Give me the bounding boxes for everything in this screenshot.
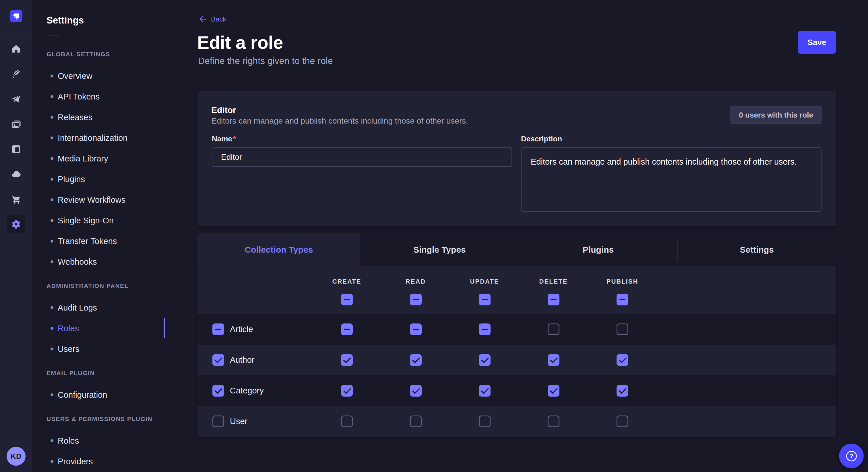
- subnav-item-roles[interactable]: Roles: [32, 318, 165, 339]
- select-all-update-checkbox[interactable]: [479, 294, 491, 305]
- row-label: User: [230, 406, 247, 437]
- author-read-checkbox[interactable]: [410, 354, 422, 366]
- nav-settings-gear-icon[interactable]: [7, 215, 25, 233]
- nav-paper-plane-icon[interactable]: [7, 90, 25, 108]
- tab-settings[interactable]: Settings: [677, 233, 836, 266]
- nav-media-library-icon[interactable]: [7, 115, 25, 133]
- article-update-checkbox[interactable]: [479, 324, 491, 335]
- user-row-checkbox[interactable]: [212, 415, 224, 427]
- nav-feather-icon[interactable]: [7, 65, 25, 83]
- bullet-icon: [51, 116, 53, 119]
- subnav-item-review-workflows[interactable]: Review Workflows: [32, 190, 165, 210]
- category-delete-checkbox[interactable]: [548, 385, 559, 397]
- bullet-icon: [51, 240, 53, 243]
- author-create-checkbox[interactable]: [341, 354, 353, 366]
- subnav-item-plugins[interactable]: Plugins: [32, 169, 165, 190]
- subnav-item-label: Users: [58, 344, 80, 354]
- author-row-checkbox[interactable]: [212, 354, 224, 366]
- subnav-item-releases[interactable]: Releases: [32, 107, 165, 128]
- settings-gear-icon: [10, 218, 22, 230]
- author-update-checkbox[interactable]: [479, 354, 491, 366]
- bullet-icon: [51, 95, 53, 98]
- avatar[interactable]: KD: [7, 447, 26, 466]
- category-update-checkbox[interactable]: [479, 385, 491, 397]
- category-create-checkbox[interactable]: [341, 385, 353, 397]
- user-publish-checkbox[interactable]: [617, 415, 628, 427]
- tab-single-types[interactable]: Single Types: [360, 233, 519, 266]
- name-field-label: Name*: [212, 134, 236, 143]
- bullet-icon: [51, 439, 53, 442]
- subnav-item-users[interactable]: Users: [32, 339, 165, 359]
- required-asterisk: *: [233, 134, 236, 143]
- tab-label: Collection Types: [245, 245, 313, 255]
- subnav-item-internationalization[interactable]: Internationalization: [32, 128, 165, 148]
- help-button[interactable]: ?: [839, 444, 864, 468]
- settings-subnav: Settings GLOBAL SETTINGSOverviewAPI Toke…: [32, 0, 165, 472]
- category-publish-checkbox[interactable]: [617, 385, 628, 397]
- nav-marketplace-cart-icon[interactable]: [7, 190, 25, 208]
- subnav-item-webhooks[interactable]: Webhooks: [32, 251, 165, 272]
- permission-row-category: Category: [197, 375, 836, 406]
- permissions-tabs: Collection TypesSingle TypesPluginsSetti…: [197, 233, 836, 266]
- category-read-checkbox[interactable]: [410, 385, 422, 397]
- article-publish-checkbox[interactable]: [617, 324, 628, 335]
- media-library-icon: [10, 118, 22, 130]
- bullet-icon: [51, 306, 53, 309]
- select-all-create-checkbox[interactable]: [341, 294, 353, 305]
- column-header-update: UPDATE: [450, 278, 519, 285]
- subnav-item-label: Plugins: [58, 175, 85, 184]
- subnav-item-single-sign-on[interactable]: Single Sign-On: [32, 210, 165, 231]
- bullet-icon: [51, 198, 53, 201]
- nav-cloud-icon[interactable]: [7, 165, 25, 183]
- nav-layout-icon[interactable]: [7, 140, 25, 158]
- user-read-checkbox[interactable]: [410, 415, 422, 427]
- subnav-item-providers[interactable]: Providers: [32, 451, 165, 472]
- nav-home-icon[interactable]: [7, 40, 25, 58]
- user-create-checkbox[interactable]: [341, 415, 353, 427]
- select-all-delete-checkbox[interactable]: [548, 294, 559, 305]
- back-link[interactable]: Back: [199, 13, 226, 25]
- user-update-checkbox[interactable]: [479, 415, 491, 427]
- name-input[interactable]: [212, 147, 512, 167]
- author-delete-checkbox[interactable]: [548, 354, 559, 366]
- subnav-item-configuration[interactable]: Configuration: [32, 384, 165, 405]
- subnav-item-overview[interactable]: Overview: [32, 66, 165, 86]
- main-content: Back Edit a role Define the rights given…: [165, 0, 868, 472]
- arrow-left-icon: [199, 15, 207, 23]
- user-delete-checkbox[interactable]: [548, 415, 559, 427]
- back-label: Back: [211, 15, 226, 23]
- subnav-item-label: Review Workflows: [58, 195, 125, 205]
- subnav-item-audit-logs[interactable]: Audit Logs: [32, 297, 165, 318]
- subnav-item-label: Transfer Tokens: [58, 237, 117, 246]
- article-read-checkbox[interactable]: [410, 324, 422, 335]
- subnav-item-api-tokens[interactable]: API Tokens: [32, 86, 165, 107]
- subnav-section-label: ADMINISTRATION PANEL: [46, 282, 165, 290]
- subnav-item-label: Providers: [58, 457, 93, 466]
- subnav-section-label: EMAIL PLUGIN: [46, 369, 165, 377]
- strapi-logo[interactable]: [10, 10, 22, 22]
- subnav-section-label: USERS & PERMISSIONS PLUGIN: [46, 415, 165, 423]
- subnav-item-roles[interactable]: Roles: [32, 430, 165, 451]
- select-all-publish-checkbox[interactable]: [617, 294, 628, 305]
- author-publish-checkbox[interactable]: [617, 354, 628, 366]
- category-row-checkbox[interactable]: [212, 385, 224, 397]
- subnav-title: Settings: [46, 14, 84, 26]
- home-icon: [10, 43, 22, 55]
- subnav-title-divider: [46, 36, 60, 36]
- article-create-checkbox[interactable]: [341, 324, 353, 335]
- tab-collection-types[interactable]: Collection Types: [197, 233, 360, 266]
- subnav-item-label: Roles: [58, 436, 79, 446]
- description-textarea[interactable]: Editors can manage and publish contents …: [521, 147, 822, 212]
- article-row-checkbox[interactable]: [212, 324, 224, 335]
- subnav-item-label: API Tokens: [58, 92, 100, 102]
- users-with-role-button[interactable]: 0 users with this role: [730, 106, 823, 124]
- tab-plugins[interactable]: Plugins: [519, 233, 678, 266]
- subnav-item-media-library[interactable]: Media Library: [32, 148, 165, 169]
- tab-label: Single Types: [413, 245, 466, 255]
- subnav-item-label: Internationalization: [58, 133, 127, 143]
- subnav-item-label: Overview: [58, 71, 92, 81]
- subnav-item-transfer-tokens[interactable]: Transfer Tokens: [32, 231, 165, 251]
- save-button[interactable]: Save: [798, 31, 836, 54]
- select-all-read-checkbox[interactable]: [410, 294, 422, 305]
- article-delete-checkbox[interactable]: [548, 324, 559, 335]
